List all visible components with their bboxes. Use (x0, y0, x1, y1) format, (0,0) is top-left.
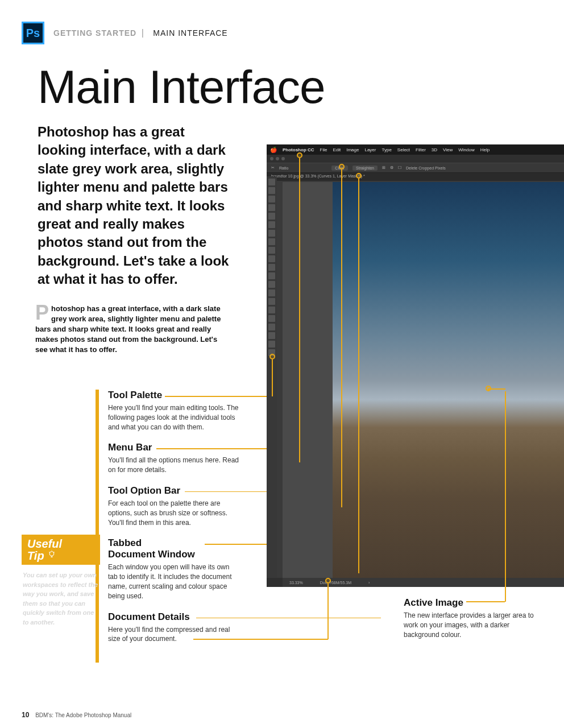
tool-icon (268, 272, 275, 279)
tool-icon (268, 332, 275, 339)
marker-doc-details (325, 578, 331, 584)
marker-option-bar (339, 164, 345, 169)
opt-straighten: Straighten (353, 166, 378, 171)
breadcrumb-section: GETTING STARTED (53, 28, 136, 38)
book-title: BDM's: The Adobe Photoshop Manual (35, 712, 131, 718)
tool-icon (268, 307, 275, 313)
tool-icon (268, 196, 275, 202)
tool-icon (268, 179, 275, 185)
line-active-image-v (505, 391, 506, 602)
callout-tool-option-bar: Tool Option Bar For each tool on the pal… (108, 485, 239, 527)
tool-icon (268, 264, 275, 271)
line-doc-details-h (193, 639, 328, 640)
tool-icon (268, 324, 275, 330)
ps-canvas (283, 182, 564, 578)
callout-body: Each window you open will have its own t… (108, 562, 239, 601)
tool-icon (268, 204, 275, 211)
breadcrumb: GETTING STARTED | MAIN INTERFACE (53, 28, 228, 38)
callout-list: Tool Palette Here you'll find your main … (108, 390, 239, 654)
tool-icon (268, 341, 275, 348)
callout-active-image: Active Image The new interface provides … (404, 597, 534, 639)
svg-point-0 (49, 552, 54, 556)
tool-icon (268, 255, 275, 262)
page-number: 10 (22, 711, 29, 719)
intro-paragraph: Photoshop has a great looking interface,… (0, 114, 233, 289)
ps-status-bar: 33.33% Doc: 768M/55.3M › (283, 578, 564, 587)
tool-icon (268, 187, 275, 194)
ps-option-bar: ✂ Ratio Clear Straighten ⊞ ⚙ ☐ Delete Cr… (267, 163, 564, 173)
menu-file: File (320, 147, 327, 152)
callout-title: Document Details (108, 611, 239, 623)
callout-title: Menu Bar (108, 442, 239, 453)
callout-body: Here you'll find your main editing tools… (108, 403, 239, 432)
marker-tab (356, 173, 362, 179)
tool-icon (268, 298, 275, 305)
menu-filter: Filter (416, 147, 426, 152)
line-active-image-h (488, 388, 505, 390)
callout-title: Tool Option Bar (108, 485, 239, 497)
subintro-paragraph: Photoshop has a great interface, with a … (0, 289, 227, 355)
min-dot (276, 157, 279, 160)
opt-ratio: Ratio (279, 166, 288, 170)
tool-icon (268, 221, 275, 228)
apple-icon: 🍎 (270, 147, 277, 153)
line-tool-palette (272, 359, 273, 396)
ps-document-tab: houndtor 10.jpg @ 33.3% (Curves 1, Layer… (267, 173, 564, 181)
menu-type: Type (381, 147, 391, 152)
callout-tool-palette: Tool Palette Here you'll find your main … (108, 390, 239, 432)
callout-title: Active Image (404, 597, 534, 609)
callout-tabbed-window: TabbedDocument Window Each window you op… (108, 537, 239, 601)
breadcrumb-page: MAIN INTERFACE (153, 28, 227, 38)
tip-heading-1: Useful (27, 538, 94, 549)
tool-icon (268, 230, 275, 237)
ps-ruler-vertical (277, 182, 283, 578)
ps-menubar: 🍎 Photoshop CC File Edit Image Layer Typ… (267, 144, 564, 155)
useful-tip-box: Useful Tip You can set up your own works… (22, 535, 100, 627)
opt-delete-cropped: Delete Cropped Pixels (406, 166, 446, 170)
tool-icon (268, 247, 275, 254)
status-zoom: 33.33% (289, 581, 303, 585)
dropcap: P (35, 304, 51, 322)
ps-app-name: Photoshop CC (283, 147, 314, 152)
menu-help: Help (480, 147, 490, 152)
tool-icon (268, 315, 275, 322)
line-doc-details (327, 584, 329, 639)
subintro-body: hotoshop has a great interface, with a d… (35, 304, 221, 354)
photoshop-screenshot: 🍎 Photoshop CC File Edit Image Layer Typ… (267, 144, 564, 587)
callout-body: For each tool on the palette there are o… (108, 499, 239, 527)
tool-icon (268, 281, 275, 288)
max-dot (281, 157, 285, 160)
menu-window: Window (458, 147, 474, 152)
marker-menu-bar (297, 152, 302, 158)
line-menu-bar (299, 158, 300, 462)
page-footer: 10 BDM's: The Adobe Photoshop Manual (22, 711, 131, 719)
crop-icon: ✂ (271, 166, 275, 170)
callout-title: Tool Palette (108, 390, 239, 401)
line-option-bar (341, 169, 342, 507)
callout-body: Here you'll find the compressed and real… (108, 625, 239, 644)
tip-body: You can set up your own workspaces to re… (22, 565, 100, 627)
grid-icon: ⊞ (382, 166, 385, 170)
line-tab (358, 179, 359, 573)
menu-select: Select (397, 147, 410, 152)
line-active-image-v2 (488, 388, 489, 391)
lightbulb-icon (47, 549, 57, 562)
callout-body: The new interface provides a larger area… (404, 611, 534, 639)
tip-heading-2: Tip (27, 549, 94, 562)
breadcrumb-divider: | (142, 28, 144, 38)
menu-view: View (443, 147, 453, 152)
page-header: Ps GETTING STARTED | MAIN INTERFACE (0, 0, 564, 44)
menu-image: Image (346, 147, 359, 152)
tool-icon (268, 238, 275, 245)
chevron-right-icon: › (368, 581, 370, 585)
tip-header: Useful Tip (22, 535, 100, 565)
menu-3d: 3D (432, 147, 437, 152)
page-title: Main Interface (0, 44, 564, 114)
gear-icon: ⚙ (390, 166, 393, 170)
callout-menu-bar: Menu Bar You'll find all the options men… (108, 442, 239, 475)
close-dot (270, 157, 273, 160)
callout-body: You'll find all the options menus here. … (108, 456, 239, 475)
tool-icon (268, 289, 275, 296)
photoshop-icon: Ps (22, 22, 44, 44)
menu-edit: Edit (333, 147, 341, 152)
